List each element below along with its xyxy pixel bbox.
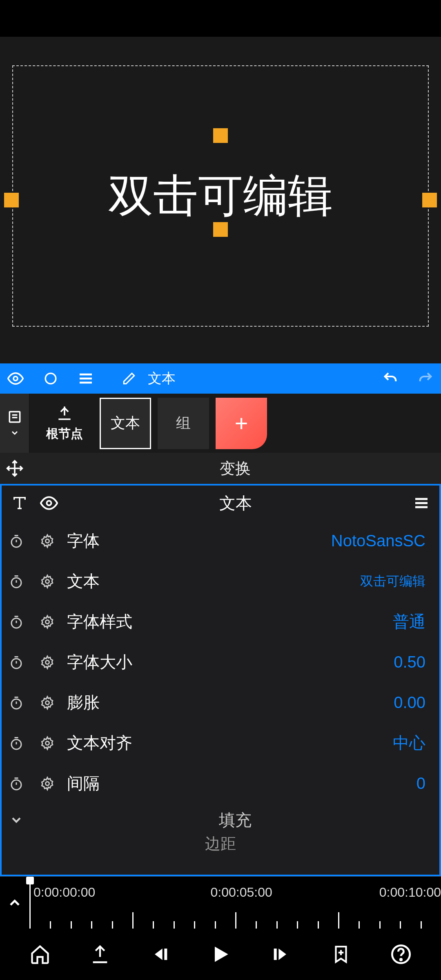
time-label-1: 0:00:05:00 <box>211 885 272 900</box>
toolbar: 文本 <box>0 363 441 394</box>
svg-marker-48 <box>215 947 228 962</box>
timeline-tick <box>359 921 360 929</box>
property-value[interactable]: 双击可编辑 <box>100 572 425 590</box>
timeline-ruler[interactable]: 0:00:00:00 0:00:05:00 0:00:10:00 <box>29 877 441 929</box>
property-row[interactable]: 间隔0 <box>2 763 439 804</box>
svg-point-44 <box>46 782 49 785</box>
timeline-tick <box>153 921 154 929</box>
stopwatch-icon[interactable] <box>2 615 31 629</box>
resize-handle-top[interactable] <box>213 128 228 143</box>
timeline-tick <box>276 921 278 929</box>
gear-icon[interactable] <box>31 655 64 670</box>
property-label: 膨胀 <box>64 691 100 714</box>
property-value[interactable]: 0.00 <box>100 693 425 712</box>
timeline-tick <box>256 921 257 929</box>
gear-icon[interactable] <box>31 695 64 710</box>
home-button[interactable] <box>24 938 56 970</box>
play-button[interactable] <box>205 938 236 970</box>
svg-point-32 <box>46 660 49 664</box>
property-row[interactable]: 字体大小0.50 <box>2 642 439 682</box>
timeline-tick <box>379 921 381 929</box>
stopwatch-icon[interactable] <box>2 695 31 710</box>
property-value[interactable]: 0 <box>100 774 425 793</box>
canvas-text[interactable]: 双击可编辑 <box>108 166 333 227</box>
timeline-tick <box>421 921 422 929</box>
step-back-button[interactable] <box>145 938 176 970</box>
status-bar <box>0 0 441 37</box>
menu-icon[interactable] <box>78 370 94 387</box>
property-row[interactable]: 膨胀0.00 <box>2 682 439 723</box>
resize-handle-right[interactable] <box>422 193 437 207</box>
node-group-button[interactable]: 组 <box>158 398 209 449</box>
transform-label: 变换 <box>29 458 441 479</box>
svg-point-28 <box>46 620 49 624</box>
plus-icon: + <box>235 410 248 437</box>
property-label: 间隔 <box>64 772 100 795</box>
property-row[interactable]: 字体NotoSansSC <box>2 521 439 561</box>
resize-handle-left[interactable] <box>4 193 19 207</box>
node-group-label: 组 <box>176 413 191 433</box>
pencil-icon[interactable] <box>121 372 137 385</box>
text-selection-bounds[interactable]: 双击可编辑 <box>12 65 429 327</box>
timeline-tick <box>112 921 113 929</box>
circle-icon[interactable] <box>42 372 59 385</box>
gear-icon[interactable] <box>31 615 64 629</box>
property-value[interactable]: 0.50 <box>132 653 425 671</box>
timeline-tick <box>71 921 72 929</box>
transform-section[interactable]: 变换 <box>0 453 441 484</box>
gear-icon[interactable] <box>31 574 64 589</box>
panel-visibility-icon[interactable] <box>40 494 58 512</box>
stopwatch-icon[interactable] <box>2 534 31 548</box>
toolbar-label: 文本 <box>148 369 176 388</box>
gear-icon[interactable] <box>31 736 64 751</box>
property-row[interactable]: 字体样式普通 <box>2 601 439 642</box>
undo-icon[interactable] <box>382 370 399 388</box>
property-label: 字体大小 <box>64 651 132 673</box>
svg-point-36 <box>46 701 49 704</box>
redo-icon[interactable] <box>417 370 434 388</box>
resize-handle-bottom[interactable] <box>213 222 228 237</box>
property-row[interactable]: 文本对齐中心 <box>2 723 439 763</box>
chevron-down-icon <box>2 813 31 827</box>
svg-point-0 <box>13 376 18 381</box>
bookmark-button[interactable] <box>325 938 357 970</box>
help-button[interactable] <box>385 938 417 970</box>
property-value[interactable]: NotoSansSC <box>100 532 425 550</box>
canvas-area[interactable]: 双击可编辑 <box>0 37 441 363</box>
svg-rect-49 <box>274 949 277 960</box>
timeline-tick <box>400 921 401 929</box>
text-type-icon[interactable] <box>11 495 28 511</box>
node-text-label: 文本 <box>111 413 140 433</box>
timeline-tick <box>318 921 319 929</box>
stopwatch-icon[interactable] <box>2 655 31 670</box>
svg-point-1 <box>45 373 56 384</box>
stopwatch-icon[interactable] <box>2 736 31 751</box>
timeline-tick <box>235 912 236 929</box>
timeline-tick <box>297 921 298 929</box>
move-icon[interactable] <box>0 459 29 477</box>
timeline[interactable]: 0:00:00:00 0:00:05:00 0:00:10:00 <box>0 876 441 929</box>
layers-toggle[interactable] <box>0 394 29 453</box>
property-value[interactable]: 中心 <box>132 732 425 754</box>
fill-section[interactable]: 填充 <box>2 804 439 836</box>
node-text-button[interactable]: 文本 <box>100 398 151 449</box>
stopwatch-icon[interactable] <box>2 776 31 791</box>
property-value[interactable]: 普通 <box>132 610 425 633</box>
gear-icon[interactable] <box>31 776 64 791</box>
stopwatch-icon[interactable] <box>2 574 31 589</box>
node-add-button[interactable]: + <box>216 398 267 449</box>
root-node-button[interactable]: 根节点 <box>36 397 93 450</box>
svg-point-13 <box>47 501 51 506</box>
property-row[interactable]: 文本双击可编辑 <box>2 561 439 601</box>
timeline-tick <box>50 921 51 929</box>
timeline-tick <box>215 921 216 929</box>
gear-icon[interactable] <box>31 534 64 548</box>
fill-label: 填充 <box>31 809 439 831</box>
visibility-icon[interactable] <box>7 369 24 388</box>
timeline-tick <box>338 912 339 929</box>
partial-section: 边距 <box>2 836 439 851</box>
panel-menu-icon[interactable] <box>413 495 430 511</box>
timeline-collapse-icon[interactable] <box>0 877 29 929</box>
export-button[interactable] <box>84 938 116 970</box>
step-forward-button[interactable] <box>265 938 296 970</box>
